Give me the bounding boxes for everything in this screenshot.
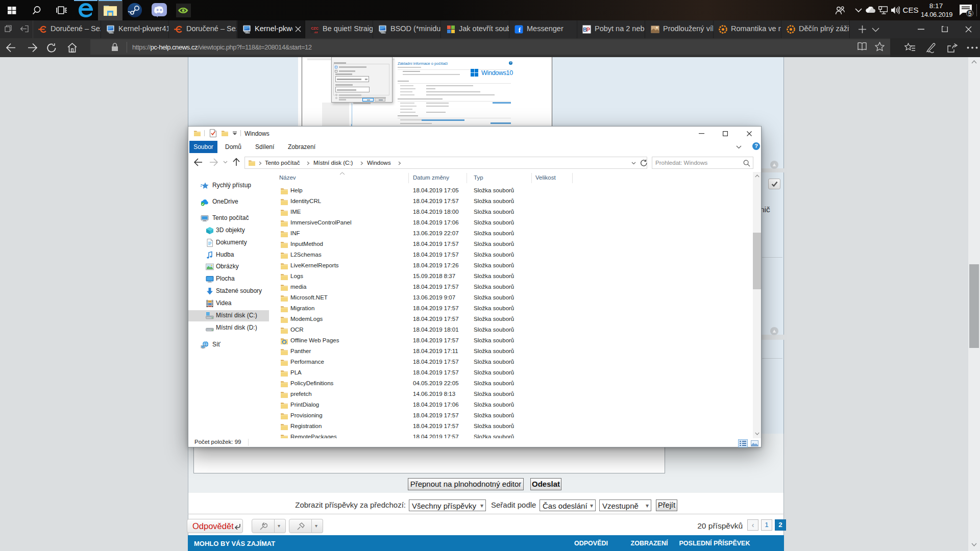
svg-text:5: 5	[968, 10, 972, 17]
svg-text:f: f	[519, 26, 521, 34]
svg-text:CZC: CZC	[311, 27, 318, 30]
svg-text:.cz: .cz	[313, 31, 317, 34]
svg-text:P: P	[586, 27, 590, 33]
